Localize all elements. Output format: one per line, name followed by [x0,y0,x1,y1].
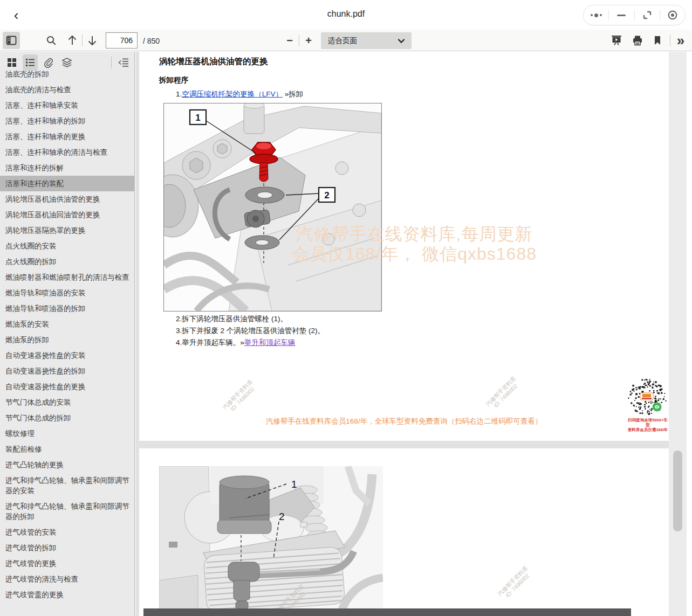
sidebar-item[interactable]: 进气歧管的更换 [0,556,134,571]
sidebar-item[interactable]: 进气凸轮轴的更换 [0,457,134,473]
pdf-page-706: 涡轮增压器机油供油管的更换 拆卸程序 1.空调压缩机托架的更换（LFV） »拆卸 [139,52,669,441]
zoom-mode-value: 适合页面 [321,36,398,46]
fullscreen-icon [642,10,652,20]
zoom-out-button[interactable]: − [281,32,298,49]
figure1-engine-illustration: 1 2 [163,103,382,312]
sidebar-item[interactable]: 进气和排气凸轮轴、轴承盖和间隙调节器的安装 [0,473,134,499]
sidebar-item[interactable]: 燃油导轨和喷油器的拆卸 [0,301,134,316]
zoom-mode-dropdown[interactable]: 适合页面 [321,32,412,49]
sidebar-item[interactable]: 活塞和连杆的拆解 [0,160,134,176]
diagonal-watermark: 汽修帮手资料库ID: 7496002 [496,565,533,602]
sidebar-toc: 油底壳的拆卸油底壳的清洁与检查活塞、连杆和轴承安装活塞、连杆和轴承的拆卸活塞、连… [0,66,134,603]
step-2: 2.拆下涡轮增压器供油管螺栓 (1)。 [176,314,287,324]
sidebar-item[interactable]: 活塞、连杆和轴承的清洁与检查 [0,144,134,160]
promo-footer-text: 汽修帮手在线资料库会员168/年，全球车型资料免费查询（扫码右边二维码即可查看） [139,417,669,426]
window-capsule [583,5,686,25]
page-number-input[interactable] [106,32,138,49]
visited-procedure-link[interactable]: 举升和顶起车辆 [244,338,296,347]
search-button[interactable] [43,32,60,49]
sidebar-item[interactable]: 涡轮增压器隔热罩的更换 [0,223,134,238]
search-icon [46,35,57,46]
sidebar-item[interactable]: 燃油泵的安装 [0,316,134,332]
sidebar-item[interactable]: 进气和排气凸轮轴、轴承盖和间隙调节器的拆卸 [0,499,134,524]
vertical-scrollbar-thumb[interactable] [673,451,682,531]
page-title: 涡轮增压器机油供油管的更换 [159,56,268,67]
sidebar-item[interactable]: 进气歧管盖的更换 [0,587,134,603]
zoom-in-button[interactable]: + [300,32,317,49]
diagonal-watermark: 汽修帮手资料库ID: 7496002 [484,375,522,412]
pdf-toolbar: / 850 − + 适合页面 » [0,30,692,51]
sidebar-item[interactable]: 燃油泵的拆卸 [0,332,134,348]
sidebar-item[interactable]: 自动变速器挠性盘的更换 [0,379,134,394]
more-tools-button[interactable]: » [672,32,689,49]
qr-caption: 扫码查询全球5000+车型 [626,418,669,427]
sidebar-item[interactable]: 进气歧管的拆卸 [0,540,134,556]
thumbnails-icon [7,58,17,67]
arrow-up-icon [67,34,78,46]
window-titlebar: ‹ chunk.pdf [0,0,692,30]
sidebar-item[interactable]: 燃油导轨和喷油器的安装 [0,285,134,301]
sidebar-toolbar [0,52,134,73]
dark-divider-bar [143,608,631,616]
target-icon [667,10,678,20]
sidebar-item[interactable]: 进气歧管的清洗与检查 [0,571,134,587]
figure2-callout-1: 1 [291,479,297,490]
outline-view-button[interactable] [23,54,38,71]
pdf-viewer: 涡轮增压器机油供油管的更换 拆卸程序 1.空调压缩机托架的更换（LFV） »拆卸 [135,52,692,616]
minimize-icon [617,15,626,16]
print-button[interactable] [629,32,646,49]
paperclip-icon [43,57,54,68]
page-total-label: / 850 [143,37,160,45]
diagonal-watermark: 汽修帮手资料库ID: 7496002 [221,378,258,416]
toggle-sidebar-button[interactable] [3,32,20,49]
sidebar-item[interactable]: 活塞、连杆和轴承的更换 [0,129,134,144]
step-1: 1.空调压缩机托架的更换（LFV） »拆卸 [176,89,303,99]
arrow-down-icon [87,34,98,46]
sidebar-item[interactable]: 涡轮增压器机油回油管的更换 [0,207,134,223]
step-4: 4.举升并顶起车辆。»举升和顶起车辆 [176,338,295,348]
sidebar-item[interactable]: 点火线圈的拆卸 [0,254,134,269]
sidebar-item[interactable]: 活塞和连杆的装配 [0,176,134,191]
step-3: 3.拆下并报废 2 个涡轮增压器供油管衬垫 (2)。 [176,326,325,336]
more-dots-icon [591,13,602,17]
pdf-page-707: 1 2 汽修帮手资料库ID: 7496002 汽修帮手资料库ID: 749600… [139,448,669,616]
qr-code: 扫码查询全球5000+车型 资料库会员仅需168/年 [626,377,669,432]
figure1-callout-2: 2 [324,190,329,200]
presentation-mode-button[interactable] [608,32,625,49]
sidebar-item[interactable]: 自动变速器挠性盘的安装 [0,348,134,363]
sidebar-item[interactable]: 进气歧管的安装 [0,524,134,540]
sidebar-item[interactable]: 自动变速器挠性盘的拆卸 [0,363,134,379]
exit-button[interactable] [660,5,685,25]
sidebar-item[interactable]: 燃油喷射器和燃油喷射孔的清洁与检查 [0,269,134,285]
minimize-button[interactable] [609,5,634,25]
sidebar-icon [6,35,17,46]
sidebar-item[interactable]: 节气门体总成的拆卸 [0,410,134,426]
next-page-button[interactable] [84,32,101,49]
thumbnails-view-button[interactable] [4,54,19,71]
more-options-button[interactable] [584,5,608,25]
sidebar-item[interactable]: 装配前检修 [0,441,134,457]
indent-collapse-icon [118,58,129,67]
fullscreen-button[interactable] [635,5,660,25]
bookmark-button[interactable] [649,32,666,49]
sidebar: 油底壳的拆卸油底壳的清洁与检查活塞、连杆和轴承安装活塞、连杆和轴承的拆卸活塞、连… [0,52,135,616]
sidebar-item[interactable]: 节气门体总成的安装 [0,394,134,410]
qr-caption: 资料库会员仅需168/年 [626,427,669,432]
sidebar-item[interactable]: 活塞、连杆和轴承安装 [0,98,134,113]
printer-icon [632,34,643,46]
sidebar-item[interactable]: 活塞、连杆和轴承的拆卸 [0,113,134,129]
section-heading: 拆卸程序 [159,75,188,85]
layers-button[interactable] [59,54,74,71]
layers-icon [61,57,72,68]
sidebar-item[interactable]: 油底壳的清洁与检查 [0,82,134,98]
previous-page-button[interactable] [64,32,81,49]
presentation-icon [611,34,622,46]
collapse-outline-button[interactable] [116,54,131,71]
attachments-button[interactable] [41,54,56,71]
outline-icon [25,58,35,67]
bookmark-icon [653,35,662,46]
sidebar-item[interactable]: 点火线圈的安装 [0,238,134,254]
sidebar-item[interactable]: 涡轮增压器机油供油管的更换 [0,191,134,207]
sidebar-item[interactable]: 螺纹修理 [0,426,134,441]
procedure-link[interactable]: 空调压缩机托架的更换（LFV） [182,90,283,98]
